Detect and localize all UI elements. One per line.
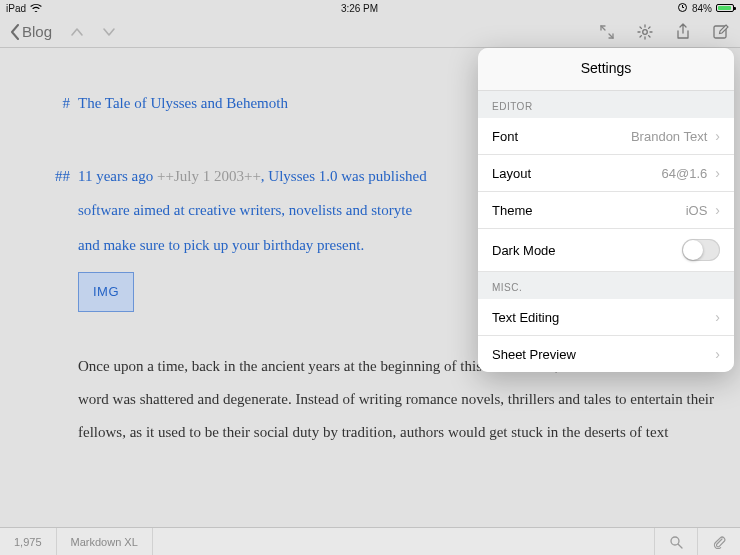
word-count[interactable]: 1,975 — [0, 528, 57, 555]
h1-text: The Tale of Ulysses and Behemoth — [78, 95, 288, 111]
settings-text-editing-row[interactable]: Text Editing › — [478, 299, 734, 336]
dark-mode-toggle[interactable] — [682, 239, 720, 261]
share-icon[interactable] — [674, 23, 692, 41]
toolbar: Blog — [0, 16, 740, 48]
status-bar: iPad 3:26 PM 84% — [0, 0, 740, 16]
layout-label: Layout — [492, 166, 531, 181]
h1-marker: # — [36, 86, 70, 121]
img-attachment[interactable]: IMG — [78, 272, 134, 312]
rotation-lock-icon — [677, 2, 688, 15]
layout-value: 64@1.6 — [662, 166, 708, 181]
line2-a: 11 years ago — [78, 168, 153, 184]
chevron-right-icon: › — [715, 128, 720, 144]
h2-marker: ## — [36, 159, 70, 194]
search-icon — [669, 535, 683, 549]
attachment-button[interactable] — [698, 528, 740, 555]
section-editor: EDITOR — [478, 91, 734, 118]
theme-value: iOS — [686, 203, 708, 218]
dark-mode-label: Dark Mode — [492, 243, 556, 258]
popover-title: Settings — [478, 48, 734, 91]
battery-percent: 84% — [692, 3, 712, 14]
theme-label: Theme — [492, 203, 532, 218]
battery-icon — [716, 4, 734, 12]
settings-sheet-preview-row[interactable]: Sheet Preview › — [478, 336, 734, 372]
font-value: Brandon Text — [631, 129, 707, 144]
line4: and make sure to pick up your birthday p… — [78, 237, 364, 253]
chevron-right-icon: › — [715, 309, 720, 325]
clock: 3:26 PM — [341, 3, 378, 14]
svg-point-1 — [643, 29, 648, 34]
wifi-icon — [30, 3, 42, 14]
paperclip-icon — [712, 535, 726, 549]
chevron-right-icon: › — [715, 165, 720, 181]
device-label: iPad — [6, 3, 26, 14]
syntax-mode[interactable]: Markdown XL — [57, 528, 153, 555]
gear-icon[interactable] — [636, 23, 654, 41]
line2-b: , Ulysses 1.0 was published — [261, 168, 427, 184]
sheet-preview-label: Sheet Preview — [492, 347, 576, 362]
section-misc: MISC. — [478, 272, 734, 299]
settings-layout-row[interactable]: Layout 64@1.6› — [478, 155, 734, 192]
back-button[interactable]: Blog — [10, 23, 52, 40]
chevron-left-icon — [10, 24, 20, 40]
settings-theme-row[interactable]: Theme iOS› — [478, 192, 734, 229]
compose-icon[interactable] — [712, 23, 730, 41]
nav-up-button[interactable] — [70, 23, 84, 41]
back-label: Blog — [22, 23, 52, 40]
nav-down-button[interactable] — [102, 23, 116, 41]
line3: software aimed at creative writers, nove… — [78, 202, 412, 218]
font-label: Font — [492, 129, 518, 144]
chevron-right-icon: › — [715, 346, 720, 362]
text-editing-label: Text Editing — [492, 310, 559, 325]
settings-popover: Settings EDITOR Font Brandon Text› Layou… — [478, 48, 734, 372]
settings-dark-mode-row[interactable]: Dark Mode — [478, 229, 734, 272]
line2-grey: ++July 1 2003++ — [157, 168, 261, 184]
chevron-right-icon: › — [715, 202, 720, 218]
expand-icon[interactable] — [598, 23, 616, 41]
bottom-bar: 1,975 Markdown XL — [0, 527, 740, 555]
search-button[interactable] — [655, 528, 698, 555]
settings-font-row[interactable]: Font Brandon Text› — [478, 118, 734, 155]
